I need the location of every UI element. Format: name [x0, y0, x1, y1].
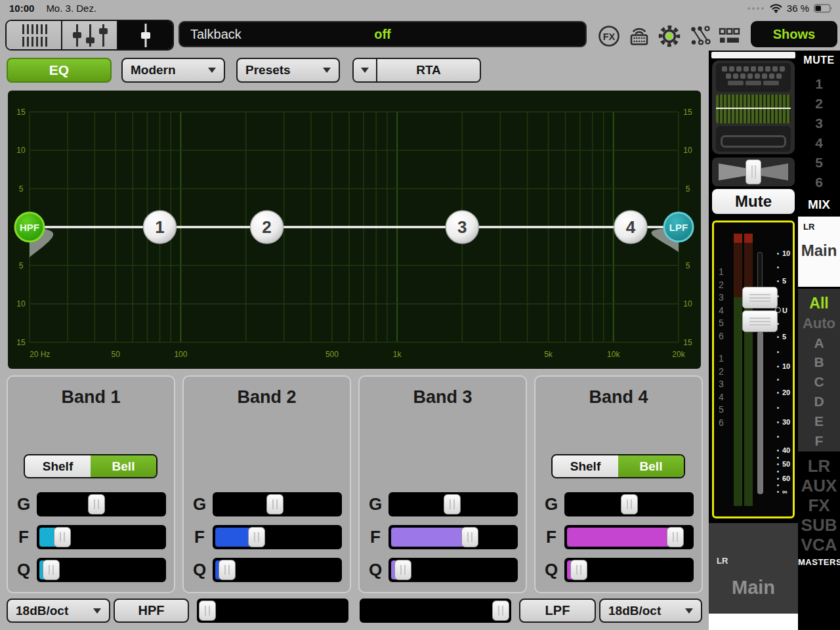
- clock-date: Mo. 3. Dez.: [46, 3, 96, 14]
- eq-curve-plot[interactable]: 1515101055551010151520 Hz501005001k5k10k…: [8, 91, 701, 369]
- q-label: Q: [368, 560, 383, 580]
- channel-keys-thumbnail[interactable]: [716, 63, 791, 92]
- stagebox-wireless-icon[interactable]: [627, 24, 651, 48]
- slider-handle[interactable]: [492, 600, 509, 621]
- fader-cap-left[interactable]: [742, 287, 778, 308]
- selected-mix-tab[interactable]: LR Main: [798, 217, 840, 287]
- eq-node-HPF[interactable]: HPF: [15, 213, 44, 242]
- talkback-bar[interactable]: Talkback off: [178, 21, 587, 47]
- mute-group-5[interactable]: 5: [798, 153, 840, 173]
- fader-cap-right[interactable]: [742, 310, 778, 332]
- band3-gain-slider[interactable]: [388, 492, 518, 516]
- band4-bell-option[interactable]: Bell: [618, 455, 684, 477]
- slider-handle[interactable]: [219, 560, 236, 580]
- channel-number: 5: [715, 317, 727, 330]
- shows-button[interactable]: Shows: [751, 21, 837, 47]
- pan-control[interactable]: [712, 158, 795, 186]
- presets-dropdown[interactable]: Presets: [236, 58, 340, 83]
- band3-freq-slider[interactable]: [388, 525, 518, 549]
- slider-handle[interactable]: [266, 494, 284, 514]
- mute-group-6[interactable]: 6: [798, 173, 840, 192]
- svg-text:5: 5: [19, 184, 24, 194]
- channel-faders-tab[interactable]: [61, 21, 117, 49]
- slider-handle[interactable]: [54, 527, 71, 547]
- masters-item-fx[interactable]: FX: [798, 495, 840, 515]
- eq-graph[interactable]: 1515101055551010151520 Hz501005001k5k10k…: [8, 91, 701, 369]
- settings-gear-icon[interactable]: [658, 24, 681, 48]
- band4-gain-slider[interactable]: [564, 492, 694, 516]
- view-group-all[interactable]: All: [798, 294, 840, 314]
- mute-group-2[interactable]: 2: [798, 94, 840, 114]
- slider-handle[interactable]: [621, 494, 638, 514]
- band4-panel: Band 4 Shelf Bell G F Q: [534, 375, 703, 593]
- svg-text:10: 10: [683, 299, 692, 308]
- view-layout-icon[interactable]: [717, 24, 740, 48]
- slider-handle[interactable]: [444, 494, 461, 514]
- eq-node-LPF[interactable]: LPF: [664, 213, 693, 242]
- masters-item-vca[interactable]: VCA: [798, 535, 840, 555]
- band3-q-slider[interactable]: [388, 558, 518, 582]
- band1-freq-slider[interactable]: [37, 525, 166, 549]
- band1-shelf-option[interactable]: Shelf: [25, 455, 91, 477]
- mute-group-3[interactable]: 3: [798, 114, 840, 133]
- channel-faders-icon: [70, 22, 110, 49]
- view-group-f[interactable]: F: [798, 431, 840, 451]
- slider-handle[interactable]: [199, 600, 216, 621]
- rta-options-dropdown[interactable]: [354, 59, 377, 81]
- selected-master-footer[interactable]: LR Main: [709, 523, 798, 614]
- masters-item-aux[interactable]: AUX: [798, 476, 840, 495]
- svg-text:1: 1: [155, 217, 164, 237]
- eq-node-4[interactable]: 4: [614, 211, 647, 243]
- eq-button[interactable]: EQ: [7, 58, 112, 83]
- mute-group-4[interactable]: 4: [798, 133, 840, 153]
- mute-button[interactable]: Mute: [712, 189, 795, 214]
- band1-q-slider[interactable]: [37, 558, 166, 582]
- patchbay-icon[interactable]: [688, 24, 711, 48]
- rta-button[interactable]: RTA: [377, 59, 480, 81]
- band1-bell-option[interactable]: Bell: [91, 455, 156, 477]
- view-group-c[interactable]: C: [798, 372, 840, 392]
- pan-handle[interactable]: [746, 159, 761, 184]
- fx-icon[interactable]: FX: [597, 24, 621, 48]
- mixer-overview-tab[interactable]: [7, 21, 61, 49]
- hpf-freq-slider[interactable]: [197, 598, 348, 623]
- slider-handle[interactable]: [667, 527, 684, 547]
- view-group-a[interactable]: A: [798, 333, 840, 353]
- hpf-button[interactable]: HPF: [114, 598, 189, 623]
- slider-handle[interactable]: [461, 527, 478, 547]
- eq-node-1[interactable]: 1: [144, 211, 177, 243]
- fader-slot-thumbnail[interactable]: [716, 126, 791, 152]
- view-group-d[interactable]: D: [798, 392, 840, 411]
- master-fader-tab[interactable]: [117, 21, 173, 49]
- view-group-b[interactable]: B: [798, 352, 840, 372]
- hpf-slope-dropdown[interactable]: 18dB/oct: [7, 598, 110, 623]
- eq-node-3[interactable]: 3: [446, 211, 478, 243]
- slider-handle[interactable]: [88, 494, 105, 514]
- masters-item-sub[interactable]: SUB: [798, 515, 840, 535]
- band4-freq-slider[interactable]: [564, 525, 694, 549]
- eq-curve-thumbnail[interactable]: [716, 94, 791, 123]
- slider-handle[interactable]: [248, 527, 265, 547]
- band2-q-slider[interactable]: [213, 558, 342, 582]
- slider-handle[interactable]: [43, 560, 60, 580]
- lpf-freq-slider[interactable]: [360, 598, 511, 623]
- slider-handle[interactable]: [394, 560, 411, 580]
- lpf-button[interactable]: LPF: [519, 598, 596, 623]
- slider-handle[interactable]: [570, 560, 587, 580]
- channel-number: 6: [715, 330, 727, 343]
- band2-gain-slider[interactable]: [213, 492, 342, 516]
- view-group-e[interactable]: E: [798, 411, 840, 431]
- masters-item-lr[interactable]: LR: [798, 456, 840, 476]
- band4-q-slider[interactable]: [564, 558, 694, 582]
- band4-shelf-option[interactable]: Shelf: [553, 455, 618, 477]
- channel-number: 2: [715, 279, 727, 292]
- view-group-auto[interactable]: Auto: [798, 314, 840, 333]
- gain-label: G: [543, 494, 559, 514]
- band2-freq-slider[interactable]: [213, 525, 342, 549]
- band1-gain-slider[interactable]: [37, 492, 166, 516]
- bell-label: Bell: [640, 459, 663, 474]
- lpf-slope-dropdown[interactable]: 18dB/oct: [599, 598, 702, 623]
- eq-mode-dropdown[interactable]: Modern: [121, 58, 225, 83]
- mute-group-1[interactable]: 1: [798, 74, 840, 94]
- eq-node-2[interactable]: 2: [251, 211, 284, 243]
